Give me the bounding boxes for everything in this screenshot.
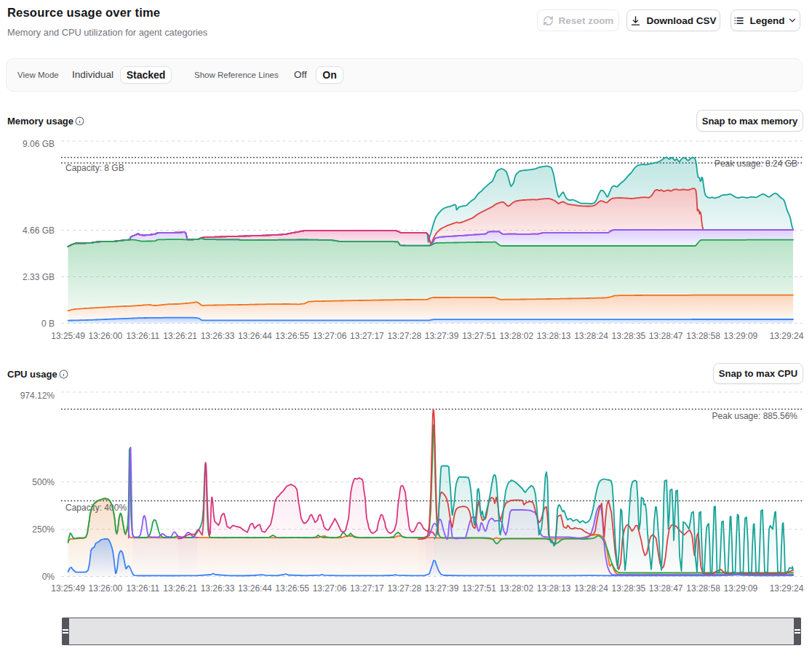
svg-text:13:25:49: 13:25:49 <box>51 583 85 594</box>
svg-text:13:27:39: 13:27:39 <box>425 583 459 594</box>
svg-text:Peak usage: 8.24 GB: Peak usage: 8.24 GB <box>715 159 797 169</box>
svg-text:13:29:24: 13:29:24 <box>770 583 804 594</box>
svg-text:13:28:58: 13:28:58 <box>686 331 720 341</box>
svg-text:974.12%: 974.12% <box>20 391 55 401</box>
svg-text:Capacity: 400%: Capacity: 400% <box>65 503 127 513</box>
svg-text:13:26:55: 13:26:55 <box>275 583 309 594</box>
svg-text:2.33 GB: 2.33 GB <box>23 272 55 282</box>
svg-text:13:27:17: 13:27:17 <box>350 331 384 341</box>
svg-text:13:29:09: 13:29:09 <box>724 331 758 341</box>
svg-text:13:28:47: 13:28:47 <box>649 331 683 341</box>
svg-text:Peak usage: 885.56%: Peak usage: 885.56% <box>712 411 798 421</box>
svg-text:13:26:00: 13:26:00 <box>89 331 123 341</box>
svg-text:13:29:09: 13:29:09 <box>724 583 758 594</box>
svg-text:13:28:35: 13:28:35 <box>612 331 646 341</box>
svg-text:13:28:47: 13:28:47 <box>649 583 683 594</box>
svg-text:13:26:21: 13:26:21 <box>163 331 197 341</box>
svg-text:0%: 0% <box>42 572 55 582</box>
svg-text:13:28:02: 13:28:02 <box>499 331 533 341</box>
svg-text:13:29:24: 13:29:24 <box>770 331 804 341</box>
svg-text:13:27:28: 13:27:28 <box>387 583 421 594</box>
svg-text:13:26:21: 13:26:21 <box>163 583 197 594</box>
svg-text:0 B: 0 B <box>41 319 55 329</box>
svg-text:13:27:06: 13:27:06 <box>313 583 347 594</box>
svg-text:13:27:51: 13:27:51 <box>462 583 496 594</box>
svg-text:13:27:51: 13:27:51 <box>462 331 496 341</box>
svg-text:9.06 GB: 9.06 GB <box>23 139 55 149</box>
svg-text:13:28:24: 13:28:24 <box>574 331 608 341</box>
svg-text:13:26:44: 13:26:44 <box>238 583 272 594</box>
svg-text:13:26:11: 13:26:11 <box>126 331 159 341</box>
svg-text:250%: 250% <box>32 524 55 535</box>
svg-text:13:28:02: 13:28:02 <box>499 583 533 594</box>
svg-text:13:28:58: 13:28:58 <box>686 583 720 594</box>
svg-text:13:28:13: 13:28:13 <box>537 331 571 341</box>
svg-text:13:26:33: 13:26:33 <box>201 331 235 341</box>
svg-text:13:27:28: 13:27:28 <box>387 331 421 341</box>
svg-text:13:26:55: 13:26:55 <box>275 331 309 341</box>
svg-text:13:25:49: 13:25:49 <box>51 331 85 341</box>
svg-text:13:28:24: 13:28:24 <box>574 583 608 594</box>
svg-text:13:28:35: 13:28:35 <box>612 583 646 594</box>
svg-text:13:26:00: 13:26:00 <box>89 583 123 594</box>
svg-text:13:28:13: 13:28:13 <box>537 583 571 594</box>
svg-text:13:27:17: 13:27:17 <box>350 583 384 594</box>
svg-text:13:26:11: 13:26:11 <box>126 583 159 594</box>
svg-text:13:26:44: 13:26:44 <box>238 331 272 341</box>
svg-text:13:27:39: 13:27:39 <box>425 331 459 341</box>
svg-text:Capacity: 8 GB: Capacity: 8 GB <box>65 163 124 173</box>
svg-text:500%: 500% <box>32 477 55 487</box>
svg-text:4.66 GB: 4.66 GB <box>23 225 55 236</box>
svg-text:13:26:33: 13:26:33 <box>201 583 235 594</box>
svg-text:13:27:06: 13:27:06 <box>313 331 347 341</box>
